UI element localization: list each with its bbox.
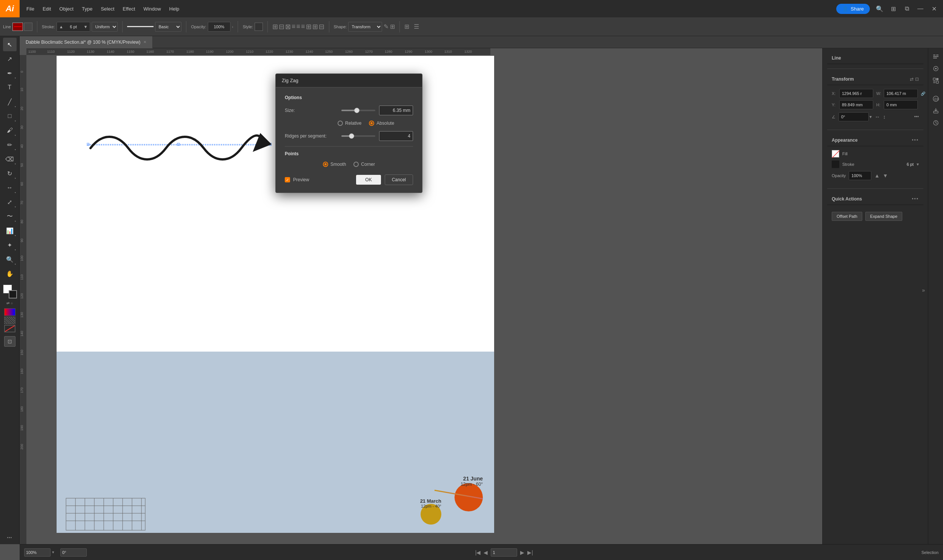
shape-tool[interactable]: □ ▾	[3, 109, 17, 123]
history-icon[interactable]	[931, 118, 941, 128]
opacity-arrow-up[interactable]: ▲	[874, 172, 880, 178]
shape-edit-icon[interactable]: ✎	[384, 23, 389, 30]
corner-option[interactable]: Corner	[353, 162, 375, 167]
menu-edit[interactable]: Edit	[39, 5, 55, 13]
eraser-tool[interactable]: ⌫ ▾	[3, 152, 17, 166]
pen-tool[interactable]: ✒ ▾	[3, 66, 17, 80]
align-icon6[interactable]: ⊟	[319, 23, 324, 31]
opacity-expand[interactable]: ›	[232, 25, 233, 29]
graph-tool[interactable]: 📊 ▾	[3, 224, 17, 237]
stroke-swatch-panel[interactable]	[832, 160, 839, 168]
relative-radio[interactable]	[338, 121, 343, 126]
appearance-icon[interactable]	[931, 63, 941, 74]
share-button[interactable]: 👤 Share	[836, 4, 870, 14]
expand-shape-button[interactable]: Expand Shape	[865, 212, 902, 221]
zoom-tool[interactable]: 🔍 ▾	[3, 252, 17, 266]
ridges-slider-thumb[interactable]	[349, 134, 354, 139]
default-colors-icon[interactable]: ○	[11, 301, 13, 305]
zoom-input[interactable]	[24, 548, 51, 557]
angle-dropdown[interactable]: ▾	[869, 114, 872, 120]
graphic-styles-icon[interactable]	[931, 75, 941, 86]
properties-icon[interactable]	[931, 51, 941, 62]
menu-window[interactable]: Window	[140, 5, 164, 13]
stroke-type-select[interactable]: Basic	[155, 22, 181, 32]
pattern-icon[interactable]: ⊞	[404, 23, 409, 30]
type-tool[interactable]: T	[3, 81, 17, 94]
fill-swatch-panel[interactable]	[832, 150, 839, 157]
align-center-icon[interactable]: ⊟	[279, 23, 284, 31]
distribute-icon[interactable]: ≡	[292, 23, 296, 31]
settings-icon[interactable]: ☰	[414, 23, 419, 30]
stroke-color-box[interactable]	[9, 290, 17, 298]
menu-type[interactable]: Type	[78, 5, 96, 13]
y-input[interactable]	[839, 100, 873, 109]
paint-brush-tool[interactable]: 🖌 ▾	[3, 124, 17, 137]
stroke-style-select[interactable]: Uniform	[92, 22, 118, 32]
workspace-icon[interactable]: ⊞	[888, 3, 898, 14]
align-icon4[interactable]: ⊞	[306, 23, 312, 31]
hand-tool[interactable]: ✋	[3, 267, 17, 280]
document-tab[interactable]: Dabble Bioclimatic Section.ai* @ 100 % (…	[20, 36, 153, 48]
ridges-slider[interactable]	[341, 135, 375, 137]
h-input[interactable]	[884, 100, 918, 109]
shape-option-icon[interactable]: ⊞	[390, 23, 395, 30]
fill-swatch[interactable]	[24, 23, 32, 31]
opacity-input-panel[interactable]	[849, 171, 871, 180]
stroke-down-arrow[interactable]: ▼	[83, 25, 89, 29]
align-icon5[interactable]: ⊞	[312, 23, 318, 31]
frame-input[interactable]	[491, 548, 517, 557]
angle-input[interactable]	[838, 112, 869, 122]
corner-radio[interactable]	[353, 162, 359, 167]
menu-help[interactable]: Help	[165, 5, 183, 13]
distribute2-icon[interactable]: ≡	[296, 23, 301, 31]
style-swatch[interactable]	[255, 23, 263, 31]
go-to-start-btn[interactable]: |◀	[475, 549, 481, 555]
mirror-tool[interactable]: ↔ ▾	[3, 181, 17, 194]
rotate-tool[interactable]: ↻ ▾	[3, 166, 17, 180]
opacity-input[interactable]	[210, 25, 228, 29]
color-gradient-icon[interactable]	[4, 308, 15, 316]
more-options-icon[interactable]: •••	[914, 114, 919, 120]
line-tool[interactable]: ╱ ▾	[3, 95, 17, 109]
stroke-color-swatch[interactable]	[12, 23, 23, 31]
restore-icon[interactable]: ⧉	[901, 3, 912, 14]
prev-frame-btn[interactable]: ◀	[483, 549, 488, 555]
minimize-icon[interactable]: —	[915, 3, 926, 14]
flip-v-icon[interactable]: ↕	[883, 114, 886, 120]
tab-close-btn[interactable]: ✕	[144, 40, 147, 44]
ok-button[interactable]: OK	[356, 175, 381, 185]
pencil-tool[interactable]: ✏ ▾	[3, 138, 17, 151]
smooth-option[interactable]: Smooth	[323, 162, 346, 167]
smooth-radio[interactable]	[323, 162, 328, 167]
relative-option[interactable]: Relative	[338, 121, 361, 126]
warp-tool[interactable]: 〜 ▾	[3, 209, 17, 223]
quick-actions-more-icon[interactable]: •••	[912, 196, 919, 202]
cc-libraries-icon[interactable]: CC	[931, 94, 941, 104]
tool-options-dots[interactable]: •••	[7, 535, 12, 543]
absolute-option[interactable]: Absolute	[369, 121, 394, 126]
shape-select[interactable]: Transform	[348, 22, 382, 32]
go-to-end-btn[interactable]: ▶|	[527, 549, 533, 555]
opacity-arrow-down[interactable]: ▼	[883, 172, 888, 178]
stroke-expand-icon[interactable]: ▾	[917, 162, 919, 167]
transform-icon2[interactable]: ⊡	[915, 77, 919, 82]
search-icon[interactable]: 🔍	[874, 3, 885, 14]
select-tool[interactable]: ↖	[3, 38, 17, 51]
next-frame-btn[interactable]: ▶	[520, 549, 524, 555]
x-input[interactable]	[839, 89, 873, 98]
size-slider[interactable]	[341, 110, 375, 111]
preview-checkbox[interactable]: ✓	[285, 177, 290, 182]
swap-colors-icon[interactable]: ⇄	[6, 301, 9, 305]
close-icon[interactable]: ✕	[929, 3, 939, 14]
direct-select-tool[interactable]: ↗	[3, 52, 17, 66]
scale-tool[interactable]: ⤢ ▾	[3, 195, 17, 209]
size-value-input[interactable]	[379, 106, 413, 115]
angle-status-input[interactable]	[60, 548, 87, 557]
symbol-tool[interactable]: ✦ ▾	[3, 238, 17, 252]
constrain-icon[interactable]: 🔗	[921, 92, 925, 96]
distribute3-icon[interactable]: ≡	[301, 23, 305, 31]
stroke-up-arrow[interactable]: ▲	[59, 25, 64, 29]
none-fill-icon[interactable]	[4, 325, 15, 332]
panel-expand-btn[interactable]: »	[922, 287, 925, 293]
menu-object[interactable]: Object	[56, 5, 77, 13]
